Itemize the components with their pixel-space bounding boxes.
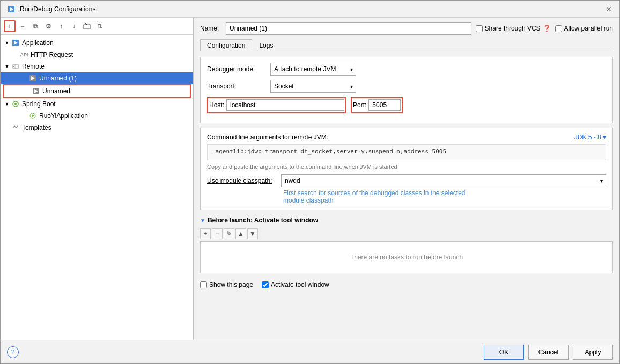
launch-remove-button[interactable]: − <box>212 228 223 239</box>
tree-label-springboot: Spring Boot <box>22 100 56 108</box>
tree-label-ruoyi: RuoYiApplication <box>39 112 88 120</box>
unnamed-highlight-box: ▶ Unnamed <box>3 84 191 98</box>
host-box: Host: <box>207 97 346 113</box>
left-panel: + − ⧉ ⚙ ↑ ↓ <box>1 18 194 340</box>
launch-edit-button[interactable]: ✎ <box>224 228 234 239</box>
tree-item-remote[interactable]: ▼ Remote <box>1 61 193 72</box>
add-config-button[interactable]: + <box>4 20 16 32</box>
launch-down-button[interactable]: ▼ <box>247 228 258 239</box>
tree-item-application[interactable]: ▼ Application <box>1 37 193 49</box>
module-hint: First search for sources of the debugged… <box>283 189 606 204</box>
cancel-button[interactable]: Cancel <box>528 345 569 360</box>
down-button[interactable]: ↓ <box>68 20 80 32</box>
expand-spacer: ▶ <box>11 50 20 59</box>
templates-icon <box>11 123 20 132</box>
cmd-args-label: Command line arguments for remote JVM: <box>207 133 328 141</box>
transport-row: Transport: Socket Shared memory <box>207 80 606 93</box>
ok-button[interactable]: OK <box>484 345 524 360</box>
run-icon-1 <box>28 74 37 83</box>
up-button[interactable]: ↑ <box>55 20 67 32</box>
debugger-mode-row: Debugger mode: Attach to remote JVM List… <box>207 63 606 76</box>
debugger-mode-label: Debugger mode: <box>207 65 266 73</box>
module-classpath-wrapper: nwqd <box>281 174 606 187</box>
allow-parallel-label: Allow parallel run <box>564 25 613 32</box>
close-button[interactable]: ✕ <box>604 5 613 13</box>
run-icon-2 <box>32 87 40 95</box>
launch-empty-area: There are no tasks to run before launch <box>200 241 613 273</box>
tree-item-http[interactable]: ▶ API HTTP Request <box>1 49 193 61</box>
svg-marker-15 <box>32 114 34 117</box>
sort-button[interactable]: ⇅ <box>94 20 106 32</box>
host-port-row: Host: Port: <box>207 97 606 113</box>
run-debug-dialog: Run/Debug Configurations ✕ + − ⧉ ⚙ <box>0 0 620 364</box>
launch-toolbar: + − ✎ ▲ ▼ <box>200 228 613 239</box>
activate-window-checkbox[interactable] <box>262 281 269 288</box>
launch-empty-message: There are no tasks to run before launch <box>350 254 463 261</box>
transport-wrapper: Socket Shared memory <box>270 80 356 93</box>
svg-point-6 <box>13 66 14 67</box>
cmd-args-text: -agentlib:jdwp=transport=dt_socket,serve… <box>207 144 606 160</box>
tree-item-ruoyi[interactable]: ▶ RuoYiApplication <box>1 110 193 122</box>
share-vcs-checkbox[interactable] <box>476 25 483 32</box>
activate-window-group: Activate tool window <box>262 281 329 288</box>
tree-label-templates: Templates <box>22 124 51 131</box>
debugger-mode-select[interactable]: Attach to remote JVM Listen to remote JV… <box>270 63 356 76</box>
tree-item-springboot[interactable]: ▼ Spring Boot <box>1 98 193 110</box>
help-button[interactable]: ? <box>7 346 19 358</box>
show-page-label: Show this page <box>209 281 253 288</box>
config-tabs: Configuration Logs <box>200 39 613 51</box>
title-bar: Run/Debug Configurations ✕ <box>1 1 619 18</box>
dialog-footer: ? OK Cancel Apply <box>1 340 619 363</box>
tab-configuration[interactable]: Configuration <box>200 39 252 51</box>
name-label: Name: <box>200 25 222 32</box>
launch-up-button[interactable]: ▲ <box>235 228 246 239</box>
jdk-link[interactable]: JDK 5 - 8 ▾ <box>574 133 606 141</box>
tree-label-http: HTTP Request <box>31 51 73 58</box>
allow-parallel-checkbox[interactable] <box>555 25 562 32</box>
transport-label: Transport: <box>207 83 266 90</box>
tree-item-unnamed[interactable]: ▶ Unnamed <box>4 85 190 97</box>
share-vcs-help: ❓ <box>543 25 551 32</box>
remote-icon <box>11 62 20 71</box>
tree-label-unnamed-1: Unnamed (1) <box>39 75 77 82</box>
remove-config-button[interactable]: − <box>17 20 28 32</box>
transport-select[interactable]: Socket Shared memory <box>270 80 356 93</box>
config-form: Debugger mode: Attach to remote JVM List… <box>200 57 613 123</box>
allow-parallel-group: Allow parallel run <box>555 25 613 32</box>
tree-item-unnamed-1[interactable]: ▶ Unnamed (1) <box>1 72 193 84</box>
main-content: + − ⧉ ⚙ ↑ ↓ <box>1 18 619 340</box>
port-input[interactable] <box>368 99 401 111</box>
launch-header: ▼ Before launch: Activate tool window <box>200 214 613 226</box>
expand-icon-spring: ▼ <box>3 100 11 108</box>
springboot-icon <box>11 100 20 108</box>
config-tree: ▼ Application ▶ API HTTP Request <box>1 35 193 340</box>
host-input[interactable] <box>226 99 344 111</box>
module-classpath-row: Use module classpath: nwqd <box>207 174 606 187</box>
title-bar-left: Run/Debug Configurations <box>7 5 95 13</box>
launch-title: Before launch: Activate tool window <box>208 217 318 224</box>
application-icon <box>11 39 20 47</box>
svg-point-13 <box>14 103 17 105</box>
show-page-checkbox[interactable] <box>200 281 207 288</box>
name-row: Name: Share through VCS ❓ Allow parallel… <box>200 22 613 35</box>
http-icon: API <box>20 50 28 59</box>
cmd-hint: Copy and paste the arguments to the comm… <box>207 164 606 170</box>
settings-button[interactable]: ⚙ <box>42 20 54 32</box>
activate-window-label: Activate tool window <box>271 281 329 288</box>
tree-item-templates[interactable]: ▶ Templates <box>1 122 193 133</box>
folder-button[interactable] <box>81 20 93 32</box>
apply-button[interactable]: Apply <box>573 345 613 360</box>
tab-logs[interactable]: Logs <box>252 39 280 51</box>
module-classpath-select[interactable]: nwqd <box>281 174 606 187</box>
expand-icon-remote: ▼ <box>3 62 11 71</box>
copy-config-button[interactable]: ⧉ <box>29 20 41 32</box>
name-input[interactable] <box>226 22 471 35</box>
cmd-section: Command line arguments for remote JVM: J… <box>200 128 613 210</box>
launch-add-button[interactable]: + <box>200 228 211 239</box>
ruoyi-icon <box>28 112 37 120</box>
dialog-title: Run/Debug Configurations <box>20 5 95 13</box>
before-launch-section: ▼ Before launch: Activate tool window + … <box>200 214 613 273</box>
right-panel: Name: Share through VCS ❓ Allow parallel… <box>194 18 619 340</box>
show-page-group: Show this page <box>200 281 253 288</box>
tree-toolbar: + − ⧉ ⚙ ↑ ↓ <box>1 18 193 35</box>
